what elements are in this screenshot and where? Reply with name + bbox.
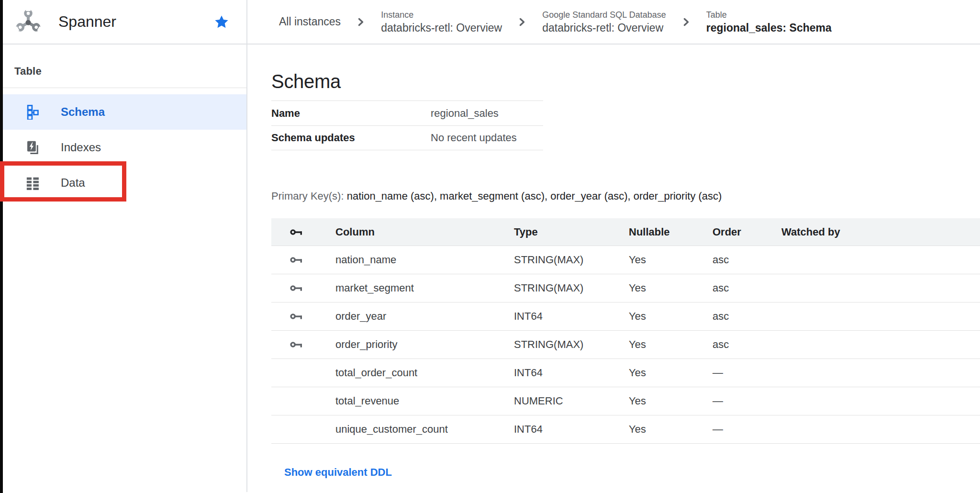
table-header-type: Type <box>514 226 629 238</box>
breadcrumb-database-label: Google Standard SQL Database <box>542 10 666 20</box>
primary-keys-label: Primary Key(s): <box>271 190 344 202</box>
breadcrumb-database[interactable]: Google Standard SQL Database databricks-… <box>542 10 666 34</box>
column-name-cell: market_segment <box>335 282 514 294</box>
column-type-cell: NUMERIC <box>514 395 629 407</box>
breadcrumb-all-instances[interactable]: All instances <box>279 15 341 28</box>
breadcrumb-instance-label: Instance <box>381 10 502 20</box>
product-title: Spanner <box>58 13 116 31</box>
sidebar-item-indexes[interactable]: Indexes <box>0 130 246 165</box>
column-order-cell: asc <box>713 338 781 351</box>
column-nullable-cell: Yes <box>629 282 713 294</box>
table-row: order_priority STRING(MAX) Yes asc <box>271 331 980 359</box>
column-nullable-cell: Yes <box>629 338 713 351</box>
chevron-right-icon <box>680 16 692 28</box>
field-schema-updates-label: Schema updates <box>271 132 431 144</box>
table-header-nullable: Nullable <box>629 226 713 238</box>
sidebar-item-indexes-label: Indexes <box>61 141 101 154</box>
sidebar-divider <box>0 88 246 88</box>
table-header-order: Order <box>713 226 781 238</box>
table-row: order_year INT64 Yes asc <box>271 303 980 331</box>
breadcrumb-instance[interactable]: Instance databricks-retl: Overview <box>381 10 502 34</box>
chevron-right-icon <box>355 16 367 28</box>
chevron-right-icon <box>516 16 528 28</box>
show-equivalent-ddl-link[interactable]: Show equivalent DDL <box>284 466 392 479</box>
column-nullable-cell: Yes <box>629 310 713 323</box>
breadcrumb: All instances Instance databricks-retl: … <box>247 0 980 44</box>
table-row-key-cell <box>271 256 335 264</box>
column-name-cell: order_priority <box>335 338 514 351</box>
column-type-cell: STRING(MAX) <box>514 338 629 351</box>
table-header-watched-by: Watched by <box>781 226 980 238</box>
sidebar-item-schema[interactable]: Schema <box>0 94 246 130</box>
table-properties: Name regional_sales Schema updates No re… <box>271 101 543 150</box>
column-order-cell: asc <box>713 254 781 266</box>
column-name-cell: unique_customer_count <box>335 423 514 436</box>
table-header-key-cell <box>271 228 335 236</box>
primary-key-icon <box>290 312 304 321</box>
schema-icon <box>25 105 40 120</box>
table-row-key-cell <box>271 312 335 321</box>
table-row-key-cell <box>271 340 335 349</box>
schema-columns-table: Column Type Nullable Order Watched by na… <box>271 218 980 444</box>
column-type-cell: INT64 <box>514 310 629 323</box>
column-type-cell: STRING(MAX) <box>514 254 629 266</box>
table-row: unique_customer_count INT64 Yes — <box>271 415 980 444</box>
column-type-cell: INT64 <box>514 423 629 436</box>
column-name-cell: order_year <box>335 310 514 323</box>
column-nullable-cell: Yes <box>629 423 713 436</box>
table-row-key-cell <box>271 397 335 405</box>
column-name-cell: nation_name <box>335 254 514 266</box>
column-nullable-cell: Yes <box>629 367 713 379</box>
table-row-key-cell <box>271 425 335 434</box>
primary-keys-values: nation_name (asc), market_segment (asc),… <box>347 190 722 202</box>
table-row: total_order_count INT64 Yes — <box>271 359 980 387</box>
primary-key-icon <box>290 340 304 349</box>
breadcrumb-instance-value: databricks-retl: Overview <box>381 22 502 34</box>
primary-key-icon <box>290 284 304 292</box>
column-type-cell: STRING(MAX) <box>514 282 629 294</box>
column-nullable-cell: Yes <box>629 254 713 266</box>
table-header-column: Column <box>335 226 514 238</box>
field-name-value: regional_sales <box>431 107 499 120</box>
table-row-key-cell <box>271 369 335 377</box>
column-type-cell: INT64 <box>514 367 629 379</box>
column-order-cell: — <box>713 423 781 436</box>
field-name-label: Name <box>271 107 431 120</box>
favorite-star-icon[interactable] <box>214 14 229 30</box>
field-row-schema-updates: Schema updates No recent updates <box>271 125 543 150</box>
column-order-cell: asc <box>713 282 781 294</box>
primary-key-icon <box>290 228 304 236</box>
column-order-cell: — <box>713 367 781 379</box>
main-content: Schema Name regional_sales Schema update… <box>247 45 980 492</box>
column-order-cell: — <box>713 395 781 407</box>
data-icon <box>25 176 40 190</box>
sidebar-item-schema-label: Schema <box>61 105 105 119</box>
sidebar: Table <box>0 45 247 492</box>
field-schema-updates-value: No recent updates <box>431 132 517 144</box>
table-row: total_revenue NUMERIC Yes — <box>271 387 980 415</box>
column-name-cell: total_order_count <box>335 367 514 379</box>
sidebar-item-data[interactable]: Data <box>0 165 246 201</box>
column-order-cell: asc <box>713 310 781 323</box>
indexes-icon <box>25 140 40 155</box>
primary-keys-line: Primary Key(s): nation_name (asc), marke… <box>271 190 980 202</box>
top-bar: Spanner All instances Instance databrick… <box>0 0 980 45</box>
table-header-row: Column Type Nullable Order Watched by <box>271 218 980 246</box>
column-name-cell: total_revenue <box>335 395 514 407</box>
table-row-key-cell <box>271 284 335 292</box>
breadcrumb-table-value: regional_sales: Schema <box>706 22 832 34</box>
sidebar-section-title: Table <box>0 65 246 78</box>
sidebar-item-data-label: Data <box>61 176 85 190</box>
spanner-logo-icon <box>14 7 42 37</box>
column-nullable-cell: Yes <box>629 395 713 407</box>
field-row-name: Name regional_sales <box>271 101 543 125</box>
breadcrumb-table-label: Table <box>706 10 832 20</box>
screen-edge-strip <box>0 0 3 493</box>
product-brand: Spanner <box>0 0 247 44</box>
breadcrumb-database-value: databricks-retl: Overview <box>542 22 666 34</box>
page-title: Schema <box>271 71 980 92</box>
primary-key-icon <box>290 256 304 264</box>
table-row: nation_name STRING(MAX) Yes asc <box>271 246 980 274</box>
breadcrumb-table-current: Table regional_sales: Schema <box>706 10 832 34</box>
table-row: market_segment STRING(MAX) Yes asc <box>271 274 980 303</box>
